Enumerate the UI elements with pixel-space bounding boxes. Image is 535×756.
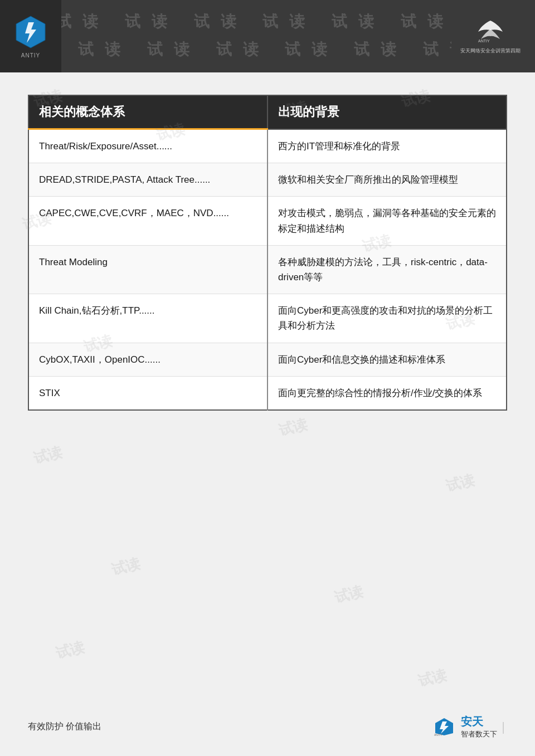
table-cell-left: Kill Chain,钻石分析,TTP...... xyxy=(28,294,268,343)
logo-area: ANTIY xyxy=(0,0,61,72)
table-cell-right: 西方的IT管理和标准化的背景 xyxy=(268,129,507,163)
table-row: Threat Modeling各种威胁建模的方法论，工具，risk-centri… xyxy=(28,245,507,294)
table-row: STIX面向更完整的综合性的情报分析/作业/交换的体系 xyxy=(28,376,507,410)
table-row: CybOX,TAXII，OpenIOC......面向Cyber和信息交换的描述… xyxy=(28,343,507,376)
table-cell-left: Threat/Risk/Exposure/Asset...... xyxy=(28,129,268,163)
main-content: 相关的概念体系 出现的背景 Threat/Risk/Exposure/Asset… xyxy=(0,72,535,422)
table-cell-right: 微软和相关安全厂商所推出的风险管理模型 xyxy=(268,163,507,197)
table-cell-right: 各种威胁建模的方法论，工具，risk-centric，data-driven等等 xyxy=(268,245,507,294)
table-cell-left: Threat Modeling xyxy=(28,245,268,294)
footer: 有效防护 价值输出 ANTIY 安天 智者数天下 | xyxy=(0,714,535,739)
header-brand: ANTIY 安天网络安全全训营第四期 xyxy=(451,8,529,64)
header-watermark-1: 试读 试读 试读 试读 试读 试读 试读 试读 xyxy=(61,11,451,32)
table-cell-left: CybOX,TAXII，OpenIOC...... xyxy=(28,343,268,376)
table-cell-left: CAPEC,CWE,CVE,CVRF，MAEC，NVD...... xyxy=(28,197,268,245)
footer-tagline: 有效防护 价值输出 xyxy=(28,721,101,733)
header-watermark-2: 试读 试读 试读 试读 试读 试读 试读 xyxy=(78,39,451,60)
brand-logo-icon: ANTIY xyxy=(475,18,506,43)
table-header-row: 相关的概念体系 出现的背景 xyxy=(28,95,507,129)
table-row: Threat/Risk/Exposure/Asset......西方的IT管理和… xyxy=(28,129,507,163)
table-cell-right: 面向Cyber和信息交换的描述和标准体系 xyxy=(268,343,507,376)
header-brand-subtitle: 安天网络安全全训营第四期 xyxy=(460,47,521,55)
table-cell-right: 面向更完整的综合性的情报分析/作业/交换的体系 xyxy=(268,376,507,410)
col-header-left: 相关的概念体系 xyxy=(28,95,268,129)
footer-brand-slogan: 智者数天下 xyxy=(461,729,497,739)
table-cell-right: 对攻击模式，脆弱点，漏洞等各种基础的安全元素的标定和描述结构 xyxy=(268,197,507,245)
svg-text:ANTIY: ANTIY xyxy=(478,39,490,43)
table-row: CAPEC,CWE,CVE,CVRF，MAEC，NVD......对攻击模式，脆… xyxy=(28,197,507,245)
table-row: DREAD,STRIDE,PASTA, Attack Tree......微软和… xyxy=(28,163,507,197)
footer-brand-name: 安天 xyxy=(461,714,483,729)
main-table: 相关的概念体系 出现的背景 Threat/Risk/Exposure/Asset… xyxy=(28,95,507,411)
svg-text:ANTIY: ANTIY xyxy=(434,733,442,737)
table-cell-right: 面向Cyber和更高强度的攻击和对抗的场景的分析工具和分析方法 xyxy=(268,294,507,343)
logo-label: ANTIY xyxy=(21,52,40,58)
table-cell-left: DREAD,STRIDE,PASTA, Attack Tree...... xyxy=(28,163,268,197)
col-header-right: 出现的背景 xyxy=(268,95,507,129)
footer-logo-icon: ANTIY xyxy=(433,717,455,737)
header-watermark-area: 试读 试读 试读 试读 试读 试读 试读 试读 试读 试读 试读 试读 试读 试… xyxy=(61,0,451,72)
footer-logo-area: ANTIY 安天 智者数天下 | xyxy=(433,714,507,739)
header: ANTIY 试读 试读 试读 试读 试读 试读 试读 试读 试读 试读 试读 试… xyxy=(0,0,535,72)
footer-logo: ANTIY 安天 智者数天下 | xyxy=(433,714,507,739)
logo-hexagon xyxy=(13,14,49,50)
table-cell-left: STIX xyxy=(28,376,268,410)
table-row: Kill Chain,钻石分析,TTP......面向Cyber和更高强度的攻击… xyxy=(28,294,507,343)
